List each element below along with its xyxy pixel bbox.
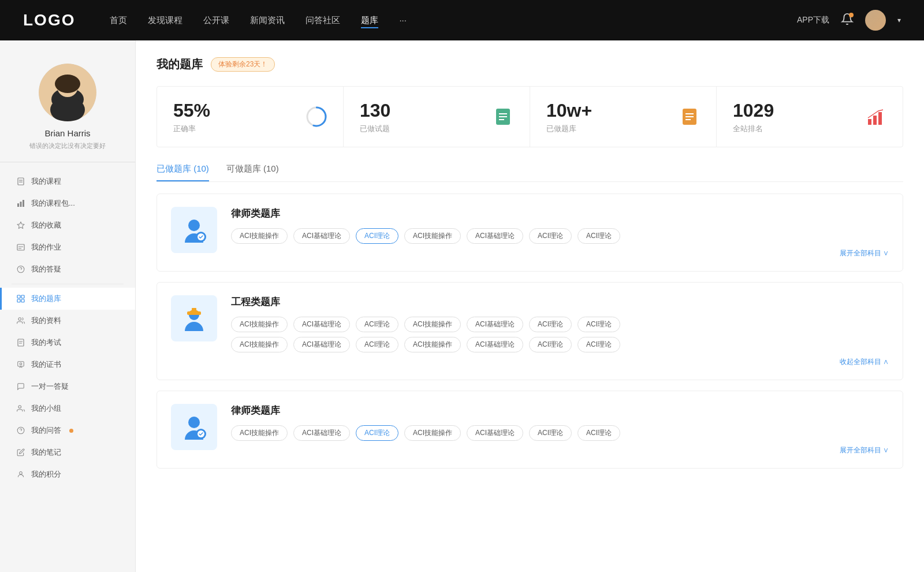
sidebar-item-我的答疑[interactable]: 我的答疑 [0, 258, 135, 280]
sidebar-item-我的证书[interactable]: 我的证书 [0, 354, 135, 376]
tag-2-2[interactable]: ACI理论 [356, 425, 398, 441]
bar-icon [16, 199, 25, 208]
sidebar-item-我的收藏[interactable]: 我的收藏 [0, 214, 135, 236]
navbar: LOGO 首页发现课程公开课新闻资讯问答社区题库··· APP下载 ▾ [0, 0, 924, 40]
lawyer-subject-icon [171, 207, 217, 253]
main-content: 我的题库 体验剩余23天！ 55%正确率 130已做试题 10w+已做题库 10… [136, 40, 924, 572]
doc2-icon [16, 338, 25, 347]
subject-body-1: 工程类题库ACI技能操作ACI基础理论ACI理论ACI技能操作ACI基础理论AC… [231, 295, 889, 367]
tag-1-0[interactable]: ACI技能操作 [231, 317, 288, 332]
sidebar-profile: Brian Harris 错误的决定比没有决定要好 [0, 58, 135, 162]
sidebar-item-label: 我的答疑 [31, 264, 61, 274]
circle-q-icon [16, 265, 25, 274]
tag-1-4[interactable]: ACI基础理论 [467, 317, 523, 332]
sidebar-item-我的考试[interactable]: 我的考试 [0, 332, 135, 354]
stat-icon-doc-green [493, 106, 513, 127]
tab-1[interactable]: 可做题库 (10) [226, 164, 279, 181]
subject-title-0: 律师类题库 [231, 207, 889, 220]
sidebar-item-我的问答[interactable]: 我的问答 [0, 419, 135, 441]
tag-2-1[interactable]: ACI基础理论 [293, 425, 350, 441]
tag-1-2[interactable]: ACI理论 [356, 337, 398, 352]
tag-1-5[interactable]: ACI理论 [529, 337, 572, 352]
tag-0-3[interactable]: ACI技能操作 [404, 228, 461, 244]
nav-item-题库[interactable]: 题库 [361, 13, 378, 28]
stat-value-1: 130 [360, 99, 483, 121]
subject-card-1: 工程类题库ACI技能操作ACI基础理论ACI理论ACI技能操作ACI基础理论AC… [157, 282, 903, 380]
svg-rect-19 [17, 299, 20, 302]
expand-link-0[interactable]: 展开全部科目 ∨ [231, 248, 889, 258]
tag-2-0[interactable]: ACI技能操作 [231, 425, 288, 441]
stat-text-3: 1029全站排名 [733, 99, 856, 134]
tag-0-5[interactable]: ACI理论 [529, 228, 572, 244]
svg-point-44 [188, 220, 200, 231]
tag-2-5[interactable]: ACI理论 [529, 425, 572, 441]
tag-1-6[interactable]: ACI理论 [578, 337, 620, 352]
tag-1-4[interactable]: ACI基础理论 [467, 337, 523, 352]
tag-1-3[interactable]: ACI技能操作 [404, 317, 461, 332]
nav-item-发现课程[interactable]: 发现课程 [148, 13, 182, 28]
tabs-row: 已做题库 (10)可做题库 (10) [157, 164, 903, 182]
nav-item-首页[interactable]: 首页 [110, 13, 127, 28]
svg-rect-5 [18, 178, 24, 185]
notification-bell[interactable] [841, 13, 854, 28]
stat-text-0: 55%正确率 [173, 99, 297, 134]
tag-0-0[interactable]: ACI技能操作 [231, 228, 288, 244]
tag-0-1[interactable]: ACI基础理论 [293, 228, 350, 244]
tag-0-6[interactable]: ACI理论 [578, 228, 620, 244]
stat-value-2: 10w+ [546, 99, 670, 121]
sidebar-item-我的题库[interactable]: 我的题库 [0, 288, 135, 310]
logo: LOGO [23, 11, 75, 29]
sidebar-item-一对一答疑[interactable]: 一对一答疑 [0, 376, 135, 398]
svg-point-15 [17, 266, 24, 273]
tag-1-1[interactable]: ACI基础理论 [293, 337, 350, 352]
tag-2-3[interactable]: ACI技能操作 [404, 425, 461, 441]
svg-point-3 [55, 75, 80, 93]
tag-1-1[interactable]: ACI基础理论 [293, 317, 350, 332]
svg-rect-17 [17, 295, 20, 298]
profile-motto: 错误的决定比没有决定要好 [29, 142, 106, 150]
tag-2-6[interactable]: ACI理论 [578, 425, 620, 441]
tag-2-4[interactable]: ACI基础理论 [467, 425, 523, 441]
expand-link-2[interactable]: 展开全部科目 ∨ [231, 445, 889, 455]
tag-0-2[interactable]: ACI理论 [356, 228, 398, 244]
tags-row-1-0: ACI技能操作ACI基础理论ACI理论ACI技能操作ACI基础理论ACI理论AC… [231, 317, 889, 332]
svg-point-21 [18, 318, 21, 321]
app-download-link[interactable]: APP下载 [797, 15, 829, 25]
nav-item-新闻资讯[interactable]: 新闻资讯 [250, 13, 285, 28]
tag-1-2[interactable]: ACI理论 [356, 317, 398, 332]
user-avatar[interactable] [865, 10, 886, 31]
tag-1-5[interactable]: ACI理论 [529, 317, 572, 332]
nav-item-公开课[interactable]: 公开课 [203, 13, 229, 28]
tag-1-3[interactable]: ACI技能操作 [404, 337, 461, 352]
sidebar-item-我的课程包...[interactable]: 我的课程包... [0, 192, 135, 214]
nav-item-···[interactable]: ··· [399, 13, 407, 28]
sidebar-item-label: 我的作业 [31, 242, 61, 252]
sidebar-item-我的笔记[interactable]: 我的笔记 [0, 441, 135, 463]
stat-card-0: 55%正确率 [157, 87, 344, 147]
sidebar-divider-1 [12, 284, 124, 284]
svg-rect-49 [192, 308, 196, 313]
nav-item-问答社区[interactable]: 问答社区 [305, 13, 340, 28]
sidebar-item-我的小组[interactable]: 我的小组 [0, 398, 135, 419]
tag-0-4[interactable]: ACI基础理论 [467, 228, 523, 244]
people-icon [16, 316, 25, 325]
user-menu-arrow[interactable]: ▾ [897, 16, 901, 24]
collapse-link-1[interactable]: 收起全部科目 ∧ [231, 357, 889, 367]
sidebar-item-我的作业[interactable]: 我的作业 [0, 236, 135, 258]
group-icon [16, 404, 25, 413]
page-title: 我的题库 [157, 57, 203, 72]
svg-rect-8 [17, 203, 19, 207]
tab-0[interactable]: 已做题库 (10) [157, 164, 209, 181]
menu-badge-dot [69, 429, 73, 433]
sidebar-item-我的课程[interactable]: 我的课程 [0, 170, 135, 192]
tag-1-0[interactable]: ACI技能操作 [231, 337, 288, 352]
stat-icon-doc-orange [679, 106, 700, 127]
stat-text-1: 130已做试题 [360, 99, 483, 134]
tag-1-6[interactable]: ACI理论 [578, 317, 620, 332]
sidebar-item-label: 我的收藏 [31, 220, 61, 231]
sidebar-item-我的资料[interactable]: 我的资料 [0, 310, 135, 332]
sidebar-item-我的积分[interactable]: 我的积分 [0, 463, 135, 485]
lawyer-subject-icon [171, 404, 217, 450]
svg-rect-12 [17, 244, 24, 250]
stat-card-1: 130已做试题 [344, 87, 530, 147]
